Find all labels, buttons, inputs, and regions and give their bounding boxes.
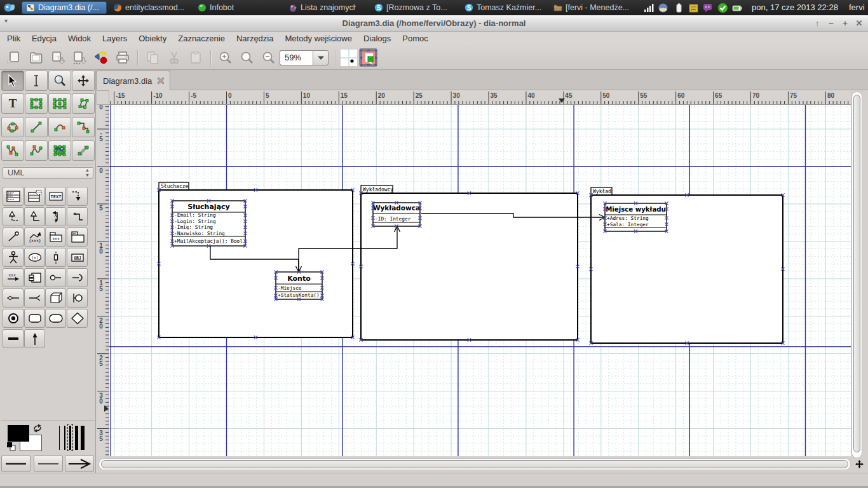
uml-shape-dependency[interactable]	[67, 187, 88, 206]
menu-layers[interactable]: Layers	[97, 32, 133, 46]
swap-colors-icon[interactable]	[32, 424, 43, 433]
panel-clock[interactable]: pon, 17 cze 2013 22:28	[752, 0, 838, 15]
notes-tray-icon[interactable]	[688, 3, 699, 13]
menu-plik[interactable]: Plik	[1, 32, 26, 46]
network-signal-tray-icon[interactable]	[644, 3, 654, 13]
taskbar-button-6[interactable]: STomasz Kaźmier...	[461, 1, 546, 14]
uml-shape-actor[interactable]	[3, 248, 24, 267]
tool-magnify[interactable]	[48, 71, 71, 91]
uml-class-1[interactable]: Słuchający-Email: String-Login: String-I…	[170, 199, 247, 247]
uml-shape-usecase[interactable]: (x)	[24, 248, 45, 267]
battery-green-tray-icon[interactable]	[732, 3, 743, 13]
tool-text-edit[interactable]	[25, 71, 48, 91]
uml-shape-text[interactable]: TEXT	[45, 187, 66, 206]
taskbar-button-5[interactable]: S[Rozmowa z To...	[370, 1, 454, 14]
battery-white-tray-icon[interactable]	[674, 3, 684, 13]
uml-shape-node[interactable]	[45, 288, 66, 308]
tool-modify[interactable]	[1, 71, 24, 91]
line-style-button[interactable]	[34, 455, 63, 472]
horizontal-scrollbar-thumb[interactable]	[101, 460, 848, 468]
diagram-properties-button[interactable]	[90, 48, 112, 67]
toggle-grid-button[interactable]	[339, 48, 358, 67]
uml-shape-class[interactable]	[3, 187, 24, 206]
uml-shape-small-package[interactable]: xxx	[45, 227, 66, 247]
taskbar-button-2[interactable]: entityclassmod...	[109, 1, 192, 14]
uml-shape-generalization[interactable]	[24, 207, 45, 226]
window-titlebar[interactable]: ▾ Diagram3.dia (/home/fervi/Obrazy) - di…	[0, 15, 868, 32]
uml-shape-message[interactable]: {xxx}	[24, 227, 45, 247]
uml-shape-fork-bar[interactable]	[3, 329, 24, 348]
new-diagram-button[interactable]	[4, 48, 25, 67]
tool-ellipse[interactable]	[48, 93, 71, 114]
uml-shape-message-arrow[interactable]: xxx	[3, 268, 24, 287]
tool-bezierline[interactable]	[25, 140, 48, 161]
tool-arc[interactable]	[48, 117, 71, 137]
user-status-tray-icon[interactable]	[658, 3, 668, 13]
uml-shape-required-interface[interactable]	[67, 268, 88, 287]
zoom-dropdown-button[interactable]	[313, 50, 329, 65]
uml-shape-object[interactable]: OBJ	[67, 248, 88, 267]
window-shade-button[interactable]: ↑	[811, 17, 824, 30]
uml-shape-association[interactable]	[45, 207, 66, 226]
menu-widok[interactable]: Widok	[62, 32, 97, 46]
uml-class-2[interactable]: Konto-Miejsce+StatusKonta()	[274, 270, 323, 301]
tool-scroll[interactable]	[72, 71, 95, 91]
open-diagram-button[interactable]	[25, 48, 47, 67]
tool-image[interactable]	[48, 140, 71, 161]
uml-shape-initial-state[interactable]	[3, 309, 24, 328]
tab-diagram3[interactable]: Diagram3.dia	[96, 71, 170, 90]
uml-shape-transition[interactable]	[24, 329, 45, 348]
line-width-1[interactable]	[59, 426, 60, 450]
diagram-canvas[interactable]: SłuchaczeWykładowcyWykładSłuchający-Emai…	[109, 105, 851, 456]
line-width-5[interactable]	[81, 426, 85, 450]
menu-edycja[interactable]: Edycja	[26, 32, 62, 46]
menu-zaznaczenie[interactable]: Zaznaczenie	[172, 32, 231, 46]
tool-polyline[interactable]	[1, 140, 24, 161]
applications-menu-button[interactable]	[0, 0, 19, 15]
uml-shape-activity[interactable]	[45, 309, 66, 328]
window-minimize-button[interactable]: −	[825, 17, 837, 30]
pan-canvas-button[interactable]	[853, 459, 865, 470]
line-width-4[interactable]	[75, 426, 78, 450]
paste-button[interactable]	[185, 48, 207, 67]
zoom-out-button[interactable]	[258, 48, 280, 67]
menu-dialogs[interactable]: Dialogs	[358, 32, 397, 46]
save-diagram-as-button[interactable]	[69, 48, 90, 67]
uml-shape-component[interactable]	[24, 268, 45, 287]
uml-class-4[interactable]: Miejsce wykładu+Adres: String+Sala: Inte…	[603, 201, 668, 233]
taskbar-button-3[interactable]: Infobot	[194, 1, 243, 14]
uml-shape-constraint[interactable]	[3, 227, 24, 247]
uml-class-3[interactable]: Wykładowca-ID: Integer	[371, 201, 421, 227]
tool-polygon[interactable]	[72, 93, 95, 114]
uml-shape-provided-interface[interactable]	[45, 268, 66, 287]
chat-bubble-tray-icon[interactable]	[702, 3, 713, 13]
taskbar-button-1[interactable]: Diagram3.dia (/...	[22, 1, 107, 14]
uml-shape-aggregation[interactable]	[3, 288, 24, 308]
uml-shape-large-package[interactable]	[67, 227, 88, 247]
window-maximize-button[interactable]: +	[839, 17, 851, 30]
window-close-button[interactable]: ✕	[853, 17, 865, 30]
line-width-2[interactable]	[64, 426, 65, 450]
uml-shape-connector-fork[interactable]	[24, 288, 45, 308]
uml-shape-implements[interactable]	[67, 207, 88, 226]
horizontal-scrollbar[interactable]	[98, 458, 851, 470]
menu-obiekty[interactable]: Obiekty	[133, 32, 172, 46]
zoom-fit-button[interactable]	[236, 48, 258, 67]
vertical-scrollbar-thumb[interactable]	[853, 95, 860, 452]
tab-close-icon[interactable]	[156, 76, 165, 85]
cut-button[interactable]	[163, 48, 185, 67]
uml-shape-lifeline[interactable]	[45, 248, 66, 267]
menu-metody-wej-ciowe[interactable]: Metody wejściowe	[279, 32, 358, 46]
copy-button[interactable]	[142, 48, 163, 67]
save-diagram-button[interactable]	[47, 48, 69, 67]
toggle-snap-to-objects-button[interactable]	[359, 48, 377, 67]
default-colors-icon[interactable]	[6, 442, 16, 451]
panel-username[interactable]: fervi	[849, 0, 865, 15]
tool-zigzagline[interactable]	[72, 117, 95, 137]
tool-box[interactable]	[25, 93, 48, 114]
zoom-level-input[interactable]: 59%	[280, 50, 313, 65]
taskbar-button-4[interactable]: Lista znajomych	[285, 1, 360, 14]
print-diagram-button[interactable]	[112, 48, 133, 67]
arrow-end-style-button[interactable]	[65, 455, 94, 472]
tool-text[interactable]: T	[1, 93, 24, 114]
